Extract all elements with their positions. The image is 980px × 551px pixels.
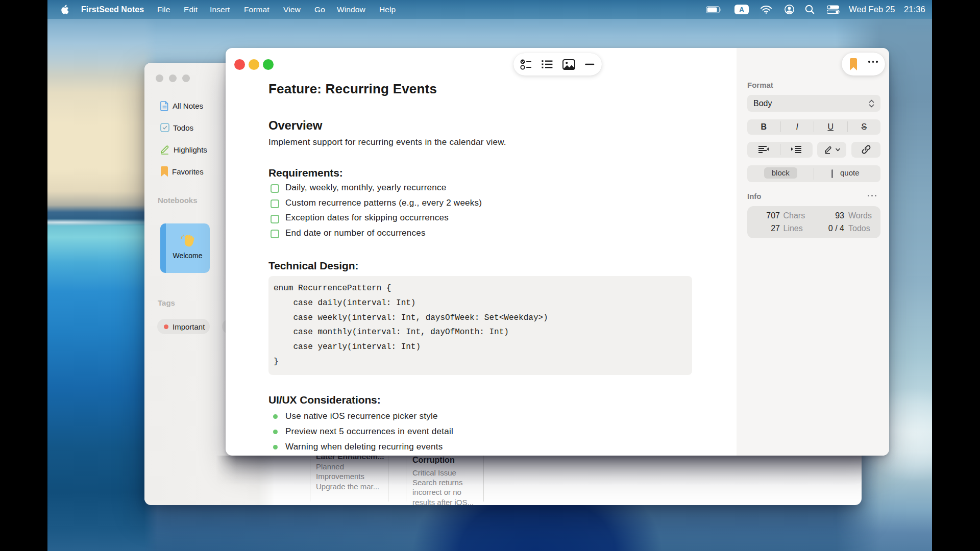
svg-text:A: A [739,6,744,14]
